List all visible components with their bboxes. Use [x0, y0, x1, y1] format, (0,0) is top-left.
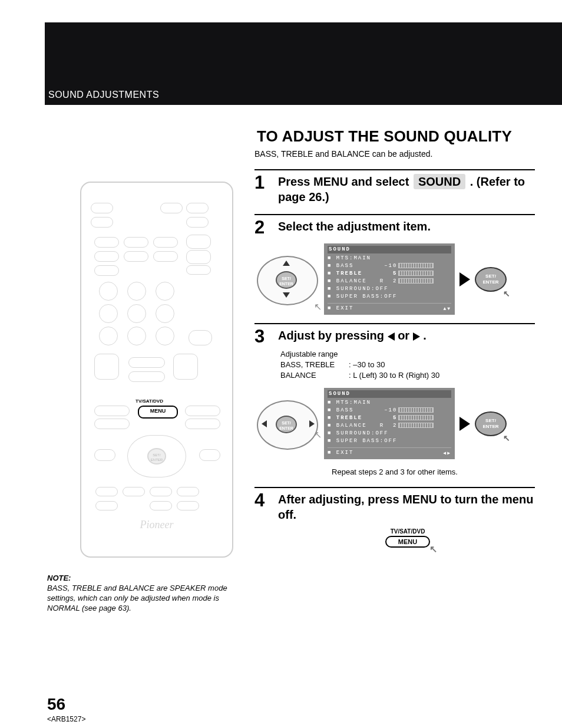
note-body: BASS, TREBLE and BALANCE are SPEAKER mod…	[47, 583, 232, 613]
remote-brand-logo: Pioneer	[81, 519, 232, 531]
osd-screen-2: SOUND ■ MTS:MAIN ■ BASS –10 ■ TREBLE 5 ■…	[324, 388, 455, 459]
step-4-text: After adjusting, press MENU to turn the …	[278, 492, 535, 522]
step-1-number: 1	[254, 174, 278, 205]
page-title: TO ADJUST THE SOUND QUALITY	[254, 127, 535, 146]
set-enter-center: SET/ ENTER	[276, 271, 297, 289]
set-enter-button-graphic: SET/ ENTER ↖	[475, 267, 507, 292]
step-2-graphic: SET/ ENTER ↖ SOUND ■ MTS:MAIN ■ BASS –10…	[254, 243, 535, 315]
step-2-text: Select the adjustment item.	[278, 219, 535, 236]
menu-top-label: TV/SAT/DVD	[361, 528, 455, 535]
step-3-ranges: Adjustable range BASS, TREBLE: –30 to 30…	[280, 349, 535, 381]
note-heading: NOTE:	[47, 573, 232, 583]
step-3-graphic: SET/ ENTER ↖ SOUND ■ MTS:MAIN ■ BASS –10…	[254, 388, 535, 459]
step-2: 2 Select the adjustment item. SET/ ENTER…	[254, 214, 535, 315]
hand-pointer-icon: ↖	[503, 291, 510, 297]
instructions-column: TO ADJUST THE SOUND QUALITY BASS, TREBLE…	[254, 127, 535, 548]
right-arrow-icon	[459, 417, 470, 431]
dpad-graphic-updown: SET/ ENTER ↖	[254, 250, 319, 309]
hand-pointer-icon: ↖	[429, 543, 437, 555]
page-subtitle: BASS, TREBLE and BALANCE can be adjusted…	[254, 149, 535, 159]
right-arrow-icon	[459, 272, 470, 286]
sound-chip: SOUND	[414, 174, 465, 189]
left-arrow-icon	[262, 420, 267, 427]
step-3: 3 Adjust by pressing or . Adjustable ran…	[254, 323, 535, 476]
section-label: SOUND ADJUSTMENTS	[48, 90, 159, 100]
step-3-text: Adjust by pressing or .	[278, 328, 535, 345]
step-3-repeat-note: Repeat steps 2 and 3 for other items.	[254, 467, 535, 476]
remote-dpad: SET/ ENTER	[127, 430, 186, 482]
down-arrow-icon	[283, 292, 290, 298]
dpad-graphic-leftright: SET/ ENTER ↖	[254, 394, 319, 453]
remote-set-enter: SET/ ENTER	[147, 448, 166, 465]
up-arrow-icon	[283, 261, 290, 266]
osd-title: SOUND	[328, 246, 451, 253]
osd-highlight-treble: ■ TREBLE 5	[328, 414, 451, 422]
hand-pointer-icon: ↖	[314, 429, 322, 440]
page-number: 56	[47, 695, 65, 714]
left-column: TV/SAT/DVD MENU SET/ ENTER Pioneer NOTE	[47, 182, 236, 613]
osd-screen-1: SOUND ■ MTS:MAIN ■ BASS –10 ■ TREBLE 5 ■…	[324, 243, 455, 315]
note-block: NOTE: BASS, TREBLE and BALANCE are SPEAK…	[47, 573, 232, 613]
menu-button-graphic: TV/SAT/DVD MENU ↖	[361, 528, 455, 548]
right-arrow-icon	[309, 420, 315, 427]
leftright-icon: ◀▶	[443, 449, 451, 457]
remote-illustration: TV/SAT/DVD MENU SET/ ENTER Pioneer	[80, 182, 233, 558]
step-1: 1 Press MENU and select SOUND . (Refer t…	[254, 169, 535, 205]
osd-title: SOUND	[328, 390, 451, 398]
step-4: 4 After adjusting, press MENU to turn th…	[254, 487, 535, 548]
hand-pointer-icon: ↖	[314, 301, 322, 312]
step-3-number: 3	[254, 328, 278, 345]
hand-pointer-icon: ↖	[503, 435, 510, 441]
manual-page: SOUND ADJUSTMENTS	[0, 0, 562, 728]
document-code: <ARB1527>	[47, 715, 85, 723]
left-triangle-icon	[388, 332, 395, 341]
updown-icon: ▲▼	[443, 305, 451, 312]
step-1-text: Press MENU and select SOUND . (Refer to …	[278, 174, 535, 205]
set-enter-center: SET/ ENTER	[276, 416, 297, 433]
step-4-number: 4	[254, 492, 278, 522]
remote-menu-top-label: TV/SAT/DVD	[135, 398, 163, 404]
step-2-number: 2	[254, 219, 278, 236]
menu-button-shape: MENU ↖	[385, 536, 430, 548]
right-triangle-icon	[413, 332, 420, 341]
remote-menu-button: MENU	[138, 406, 178, 419]
osd-highlight-treble: ■ TREBLE 5	[328, 270, 451, 278]
set-enter-button-graphic: SET/ ENTER ↖	[475, 411, 507, 436]
